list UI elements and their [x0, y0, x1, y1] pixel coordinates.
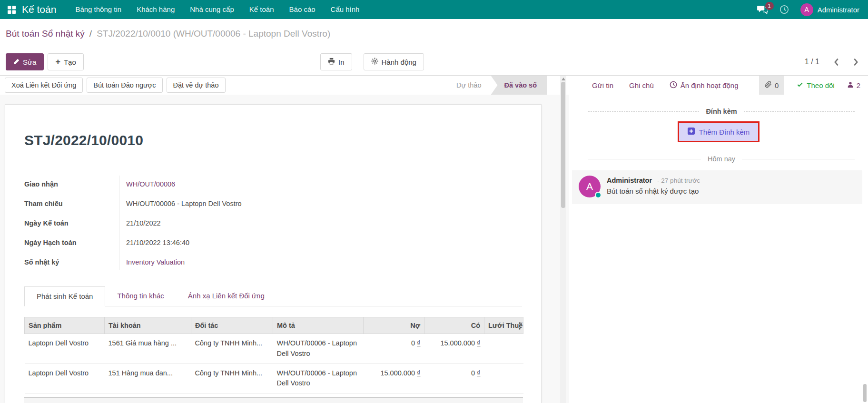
tab-reconciliation-mapping[interactable]: Ánh xạ Liên kết Đối ứng: [176, 286, 276, 306]
create-button[interactable]: + Tạo: [48, 53, 83, 70]
menu-reports[interactable]: Báo cáo: [282, 0, 323, 19]
print-button[interactable]: In: [320, 53, 352, 70]
col-tax-grid[interactable]: Lưới Thuế: [484, 317, 523, 334]
user-name: Administrator: [818, 6, 859, 14]
edit-button[interactable]: Sửa: [6, 53, 44, 70]
field-row: Ngày Hạch toán 21/10/2022 13:46:40: [24, 233, 348, 252]
menu-customers[interactable]: Khách hàng: [129, 0, 182, 19]
log-note-button[interactable]: Ghi chú: [629, 81, 654, 89]
cell-label: WH/OUT/00006 - Laptopn Dell Vostro: [273, 334, 364, 364]
scrollbar-up-arrow[interactable]: [562, 78, 565, 80]
field-row: Sổ nhật ký Inventory Valuation: [24, 252, 348, 272]
field-label-journal: Sổ nhật ký: [24, 258, 119, 266]
menu-vendors[interactable]: Nhà cung cấp: [182, 0, 242, 19]
attachments-count: 0: [775, 81, 779, 89]
field-row: Tham chiếu WH/OUT/00006 - Laptopn Dell V…: [24, 194, 348, 213]
check-icon: [797, 81, 803, 89]
app-brand[interactable]: Kế toán: [22, 4, 56, 15]
cell-account: 1561 Giá mua hàng ...: [105, 334, 191, 364]
optional-columns-icon[interactable]: [519, 322, 521, 331]
table-row[interactable]: Laptopn Dell Vostro 1561 Giá mua hàng ..…: [25, 334, 523, 364]
col-product[interactable]: Sản phẩm: [25, 317, 105, 334]
cell-debit: 0 ₫: [364, 334, 424, 364]
activities-icon[interactable]: [779, 5, 789, 14]
messages-badge: 1: [765, 2, 774, 10]
col-credit[interactable]: Có: [424, 317, 484, 334]
add-attachment-button[interactable]: Thêm Đính kèm: [679, 123, 759, 141]
chatter-panel: Gửi tin Ghi chú Ấn định hoạt động 0 Theo…: [569, 76, 868, 403]
menu-dashboard[interactable]: Bảng thông tin: [68, 0, 129, 19]
main-menu: Bảng thông tin Khách hàng Nhà cung cấp K…: [68, 0, 367, 19]
reset-to-draft-button[interactable]: Đặt về dự thảo: [167, 78, 226, 93]
message-author: Administrator: [607, 177, 652, 184]
form-sheet: STJ/2022/10/0010 Giao nhận WH/OUT/00006 …: [5, 104, 542, 403]
pager-next-icon[interactable]: [853, 58, 858, 66]
followers-button[interactable]: 2: [847, 81, 860, 89]
menu-accounting[interactable]: Kế toán: [242, 0, 282, 19]
col-label[interactable]: Mô tả: [273, 317, 364, 334]
currency-symbol: ₫: [417, 369, 420, 377]
send-message-button[interactable]: Gửi tin: [592, 81, 613, 89]
field-group: Giao nhận WH/OUT/00006 Tham chiếu WH/OUT…: [24, 174, 348, 272]
chatter-toolbar: Gửi tin Ghi chú Ấn định hoạt động 0 Theo…: [569, 76, 868, 95]
attachments-title: Đính kèm: [706, 108, 737, 115]
cell-partner: Công ty TNHH Minh...: [191, 334, 273, 364]
pager-previous-icon[interactable]: [834, 58, 839, 66]
form-scrollbar[interactable]: [560, 76, 566, 403]
user-menu[interactable]: A Administrator: [800, 3, 859, 16]
message-body: Bút toán sổ nhật ký được tạo: [607, 187, 700, 195]
col-partner[interactable]: Đối tác: [191, 317, 273, 334]
following-button[interactable]: Theo dõi: [797, 81, 834, 89]
breadcrumb-current: STJ/2022/10/0010 (WH/OUT/00006 - Laptopn…: [97, 29, 330, 39]
status-posted[interactable]: Đã vào sổ: [491, 76, 548, 95]
apps-grid-icon[interactable]: [5, 0, 18, 19]
table-row[interactable]: Laptopn Dell Vostro 151 Hàng mua đan... …: [25, 364, 523, 393]
status-widget: Dự thảo Đã vào sổ: [447, 76, 547, 95]
tab-journal-items[interactable]: Phát sinh Kế toán: [24, 286, 105, 306]
action-button[interactable]: Hành động: [364, 53, 424, 70]
message-timestamp: - 27 phút trước: [657, 177, 700, 184]
tab-other-info[interactable]: Thông tin khác: [105, 286, 176, 306]
col-account[interactable]: Tài khoản: [105, 317, 191, 334]
col-debit[interactable]: Nợ: [364, 317, 424, 334]
field-label-transfer: Giao nhận: [24, 180, 119, 188]
pencil-icon: [13, 58, 20, 66]
chatter-scrollbar-thumb[interactable]: [863, 384, 867, 402]
clock-icon: [670, 81, 677, 90]
breadcrumb-parent-link[interactable]: Bút toán Sổ nhật ký: [6, 29, 85, 39]
status-draft[interactable]: Dự thảo: [447, 76, 491, 95]
gear-icon: [371, 58, 378, 66]
currency-symbol: ₫: [477, 369, 480, 377]
journal-items-table: Sản phẩm Tài khoản Đối tác Mô tả Nợ Có L…: [24, 317, 523, 393]
unreconcile-button[interactable]: Xoá Liên kết Đối ứng: [5, 78, 83, 93]
cell-credit: 0 ₫: [424, 364, 484, 393]
field-value-journal[interactable]: Inventory Valuation: [119, 258, 185, 266]
attachments-toggle-button[interactable]: 0: [759, 76, 784, 95]
scrollbar-thumb[interactable]: [561, 82, 565, 208]
schedule-activity-button[interactable]: Ấn định hoạt động: [670, 81, 739, 90]
field-value-transfer[interactable]: WH/OUT/00006: [119, 180, 175, 188]
cell-credit: 15.000.000 ₫: [424, 334, 484, 364]
menu-configuration[interactable]: Cấu hình: [323, 0, 367, 19]
day-separator: Hôm nay: [569, 155, 868, 163]
paperclip-icon: [765, 81, 772, 89]
currency-symbol: ₫: [477, 339, 480, 347]
reverse-entry-button[interactable]: Bút toán Đảo ngược: [87, 78, 162, 93]
pager-value: 1 / 1: [805, 58, 819, 66]
plus-icon: +: [55, 58, 60, 66]
currency-symbol: ₫: [417, 339, 420, 347]
table-footer-row: [24, 397, 523, 403]
control-panel: Sửa + Tạo In Hành động 1 / 1: [0, 49, 868, 75]
cell-account: 151 Hàng mua đan...: [105, 364, 191, 393]
field-label-posting-date: Ngày Hạch toán: [24, 239, 119, 246]
messages-icon[interactable]: 1: [757, 5, 768, 14]
field-label-accounting-date: Ngày Kế toán: [24, 219, 119, 227]
printer-icon: [328, 58, 335, 66]
notebook-tabs: Phát sinh Kế toán Thông tin khác Ánh xạ …: [24, 286, 522, 306]
field-row: Giao nhận WH/OUT/00006: [24, 174, 348, 194]
field-label-reference: Tham chiếu: [24, 200, 119, 207]
breadcrumb-separator: /: [89, 29, 92, 39]
day-label: Hôm nay: [708, 155, 735, 163]
avatar: A: [800, 3, 813, 16]
cell-product: Laptopn Dell Vostro: [25, 364, 105, 393]
